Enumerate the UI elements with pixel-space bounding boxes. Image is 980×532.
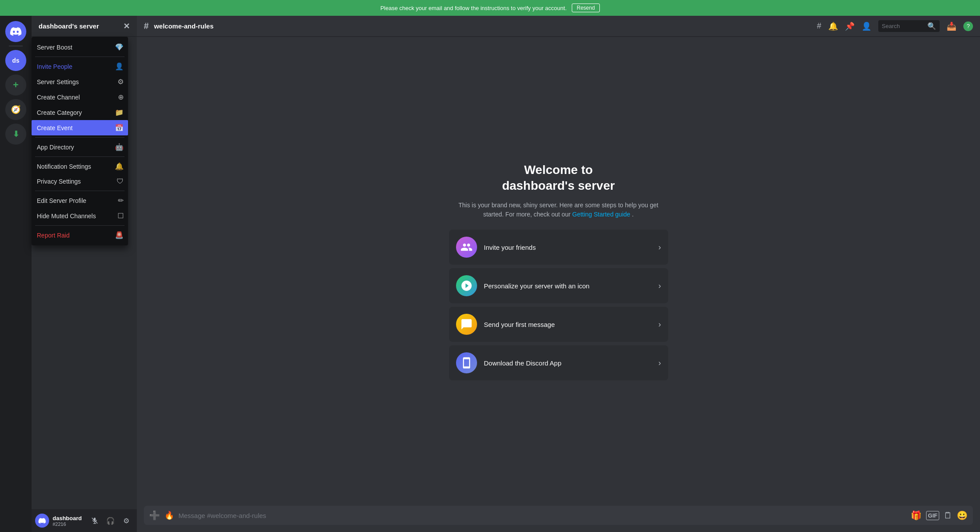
welcome-section: Welcome to dashboard's server This is yo… (449, 162, 668, 230)
menu-item-notification-settings[interactable]: Notification Settings 🔔 (32, 159, 128, 174)
pencil-icon: ✏ (118, 196, 124, 205)
menu-item-label: Invite People (37, 63, 72, 70)
download-icon[interactable]: ⬇ (5, 124, 26, 145)
menu-item-label: Hide Muted Channels (37, 213, 96, 220)
mute-button[interactable] (88, 514, 102, 528)
members-icon[interactable]: 👤 (862, 21, 871, 31)
personalize-label: Personalize your server with an icon (484, 282, 652, 290)
download-app-label: Download the Discord App (484, 359, 652, 367)
settings-icon: ⚙ (118, 78, 124, 86)
welcome-title: Welcome to dashboard's server (449, 162, 668, 194)
arrow-icon-1: › (659, 243, 661, 252)
search-icon: 🔍 (927, 22, 936, 30)
gif-icon[interactable]: GIF (926, 511, 939, 520)
invite-friends-card[interactable]: Invite your friends › (449, 230, 668, 265)
message-text-input[interactable] (178, 512, 906, 519)
send-message-icon (456, 314, 477, 335)
menu-item-label: Create Channel (37, 94, 80, 101)
getting-started-link[interactable]: Getting Started guide (572, 211, 630, 218)
ds-server-icon[interactable]: ds (5, 50, 26, 71)
deafen-button[interactable]: 🎧 (103, 514, 118, 528)
raid-icon: 🚨 (115, 231, 124, 239)
menu-item-label: Server Boost (37, 44, 72, 51)
menu-divider-1 (35, 57, 125, 57)
channel-header-name: welcome-and-rules (154, 22, 214, 30)
server-list: ds + 🧭 ⬇ (0, 16, 32, 532)
search-bar[interactable]: 🔍 (878, 20, 940, 32)
menu-item-create-event[interactable]: Create Event 📅 (32, 120, 128, 135)
menu-item-hide-muted[interactable]: Hide Muted Channels ☐ (32, 208, 128, 223)
add-circle-icon: ⊕ (118, 93, 124, 101)
menu-item-label: Notification Settings (37, 163, 91, 170)
hash-icon: # (144, 21, 149, 31)
send-message-card[interactable]: Send your first message › (449, 307, 668, 342)
context-menu: Server Boost 💎 Invite People 👤 Server Se… (32, 37, 128, 245)
menu-item-label: Edit Server Profile (37, 197, 86, 204)
invite-icon: 👤 (115, 62, 124, 71)
close-icon[interactable]: ✕ (123, 21, 130, 31)
arrow-icon-4: › (659, 358, 661, 368)
menu-item-server-boost[interactable]: Server Boost 💎 (32, 39, 128, 55)
menu-item-privacy-settings[interactable]: Privacy Settings 🛡 (32, 174, 128, 189)
help-icon[interactable]: ? (963, 21, 973, 31)
invite-friends-icon (456, 237, 477, 258)
folder-plus-icon: 📁 (115, 108, 124, 117)
resend-button[interactable]: Resend (572, 4, 599, 12)
welcome-subtitle: This is your brand new, shiny server. He… (449, 201, 668, 219)
notification-bar: Please check your email and follow the i… (0, 0, 980, 16)
header-actions: # 🔔 📌 👤 🔍 📥 ? (817, 20, 973, 32)
personalize-server-card[interactable]: Personalize your server with an icon › (449, 268, 668, 303)
search-input[interactable] (882, 23, 925, 29)
threads-icon[interactable]: # (817, 21, 821, 31)
add-server-icon[interactable]: + (5, 74, 26, 96)
robot-icon: 🤖 (115, 143, 124, 151)
menu-item-server-settings[interactable]: Server Settings ⚙ (32, 74, 128, 89)
download-app-icon (456, 352, 477, 373)
checkbox-icon: ☐ (118, 212, 124, 220)
user-settings-button[interactable]: ⚙ (119, 514, 133, 528)
channel-header: # welcome-and-rules # 🔔 📌 👤 🔍 📥 ? (137, 16, 980, 37)
arrow-icon-3: › (659, 320, 661, 329)
menu-item-create-category[interactable]: Create Category 📁 (32, 105, 128, 120)
inbox-icon[interactable]: 📥 (947, 21, 956, 31)
action-cards: Invite your friends › Personalize your s… (449, 230, 668, 380)
invite-friends-label: Invite your friends (484, 244, 652, 251)
avatar (35, 514, 49, 528)
main-content: # welcome-and-rules # 🔔 📌 👤 🔍 📥 ? Welcom… (137, 16, 980, 532)
download-app-card[interactable]: Download the Discord App › (449, 345, 668, 380)
sticker-icon[interactable]: 🗒 (944, 511, 952, 521)
menu-item-label: Create Event (37, 124, 73, 131)
menu-item-invite-people[interactable]: Invite People 👤 (32, 59, 128, 74)
menu-item-label: Report Raid (37, 232, 70, 239)
menu-item-label: Server Settings (37, 78, 79, 85)
menu-divider-3 (35, 156, 125, 157)
bell-header-icon[interactable]: 🔔 (828, 21, 838, 31)
bell-icon: 🔔 (115, 162, 124, 170)
user-controls: 🎧 ⚙ (88, 514, 133, 528)
menu-item-create-channel[interactable]: Create Channel ⊕ (32, 89, 128, 105)
arrow-icon-2: › (659, 281, 661, 291)
discord-home-icon[interactable] (5, 21, 26, 42)
user-info: dashboard #2216 (53, 515, 84, 527)
content-area: Welcome to dashboard's server This is yo… (137, 37, 980, 506)
user-bar: dashboard #2216 🎧 ⚙ (32, 509, 137, 532)
pin-icon[interactable]: 📌 (845, 21, 855, 31)
emoji-icon[interactable]: 😀 (957, 510, 968, 521)
send-message-label: Send your first message (484, 321, 652, 328)
compass-icon[interactable]: 🧭 (5, 99, 26, 120)
user-tag: #2216 (53, 521, 84, 527)
nitro-icon: 💎 (115, 43, 124, 51)
menu-item-report-raid[interactable]: Report Raid 🚨 (32, 227, 128, 243)
notification-text: Please check your email and follow the i… (380, 5, 567, 11)
server-divider (9, 46, 23, 46)
menu-item-label: App Directory (37, 144, 74, 151)
app-container: ds + 🧭 ⬇ dashboard's server ✕ Server Boo… (0, 16, 980, 532)
server-header[interactable]: dashboard's server ✕ (32, 16, 137, 37)
shield-icon: 🛡 (117, 177, 124, 185)
username: dashboard (53, 515, 84, 521)
menu-item-edit-server-profile[interactable]: Edit Server Profile ✏ (32, 193, 128, 208)
menu-item-app-directory[interactable]: App Directory 🤖 (32, 139, 128, 155)
add-message-icon[interactable]: ➕ (149, 510, 160, 521)
server-name: dashboard's server (39, 22, 99, 30)
gift-icon[interactable]: 🎁 (911, 510, 922, 521)
